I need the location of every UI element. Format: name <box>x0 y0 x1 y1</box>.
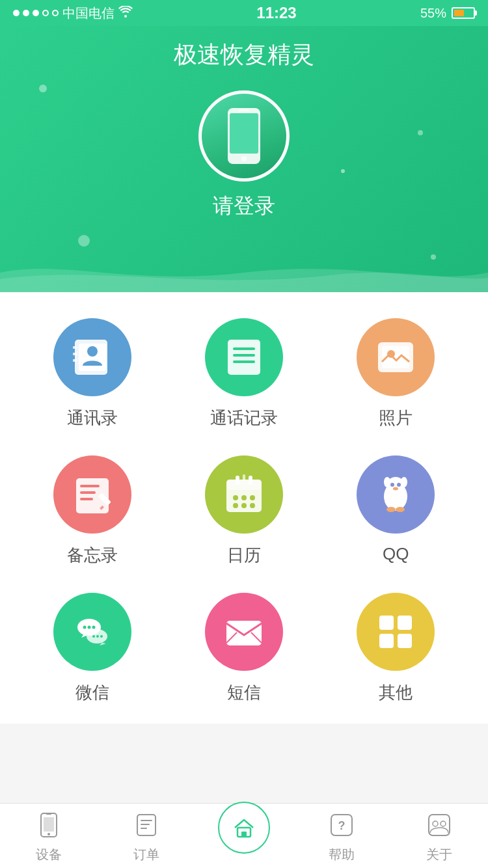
photos-icon <box>373 334 418 380</box>
signal-dots <box>13 10 59 16</box>
svg-marker-52 <box>100 643 106 645</box>
grid-item-contacts[interactable]: 通讯录 <box>23 318 161 429</box>
device-tab-icon <box>36 812 62 838</box>
calllog-icon <box>221 334 267 380</box>
svg-point-72 <box>441 821 446 826</box>
home-tab-icon <box>230 813 258 842</box>
grid-item-other[interactable]: 其他 <box>327 593 465 704</box>
memo-icon-circle <box>53 455 131 534</box>
calllog-icon-circle <box>205 318 283 396</box>
svg-rect-65 <box>141 828 147 829</box>
tab-item-device[interactable]: 设备 <box>0 808 98 863</box>
help-tab-icon: ? <box>329 812 355 838</box>
wechat-icon <box>70 609 115 655</box>
grid-item-memo[interactable]: 备忘录 <box>23 455 161 567</box>
tab-item-orders[interactable]: 订单 <box>98 808 195 863</box>
svg-rect-20 <box>80 498 93 500</box>
status-bar: 中国电信 11:23 55% <box>0 0 488 26</box>
svg-rect-11 <box>233 347 255 350</box>
svg-point-31 <box>241 503 247 508</box>
svg-point-38 <box>393 487 398 491</box>
app-title: 极速恢复精灵 <box>0 26 488 90</box>
header-content[interactable]: 请登录 <box>0 90 488 253</box>
dot1 <box>13 10 20 16</box>
device-icon <box>32 808 66 842</box>
svg-rect-13 <box>233 360 255 363</box>
svg-rect-61 <box>46 813 51 815</box>
login-prompt[interactable]: 请登录 <box>213 192 275 221</box>
svg-point-28 <box>241 495 247 500</box>
svg-rect-54 <box>379 616 394 630</box>
grid-item-wechat[interactable]: 微信 <box>23 593 161 704</box>
sms-icon <box>221 609 267 655</box>
dot3 <box>33 10 39 16</box>
sms-label: 短信 <box>227 681 261 704</box>
avatar-circle[interactable] <box>198 90 290 182</box>
avatar-inner <box>202 94 286 178</box>
phone-icon <box>224 107 264 165</box>
svg-rect-70 <box>429 815 450 835</box>
svg-point-50 <box>96 635 99 638</box>
tab-help-label: 帮助 <box>329 846 355 863</box>
svg-point-29 <box>250 495 255 500</box>
svg-rect-1 <box>230 113 258 154</box>
svg-rect-25 <box>236 476 239 485</box>
wifi-icon <box>118 6 133 21</box>
calendar-label: 日历 <box>227 544 261 567</box>
svg-point-46 <box>92 626 95 629</box>
tab-item-about[interactable]: 关于 <box>390 808 488 863</box>
home-icon-circle <box>218 802 270 854</box>
help-icon: ? <box>325 808 359 842</box>
dot4 <box>42 10 49 16</box>
qq-icon <box>373 472 418 517</box>
battery-percent: 55% <box>420 6 446 21</box>
about-tab-icon <box>426 812 452 838</box>
about-icon <box>422 808 456 842</box>
time-display: 11:23 <box>256 4 296 22</box>
qq-icon-circle <box>357 455 435 534</box>
calendar-icon-circle <box>205 455 283 534</box>
orders-icon <box>129 808 163 842</box>
grid-item-sms[interactable]: 短信 <box>174 593 313 704</box>
tab-about-label: 关于 <box>426 846 452 863</box>
svg-point-6 <box>87 346 98 357</box>
svg-point-51 <box>100 635 103 638</box>
svg-rect-7 <box>73 346 77 349</box>
grid-item-qq[interactable]: QQ <box>327 455 465 567</box>
grid-item-photos[interactable]: 照片 <box>327 318 465 429</box>
bottom-spacer <box>0 724 488 789</box>
svg-point-49 <box>92 635 95 638</box>
tab-bar: 设备 订单 ? <box>0 803 488 868</box>
svg-text:?: ? <box>338 819 346 832</box>
calllog-label: 通话记录 <box>210 407 278 429</box>
grid-item-calendar[interactable]: 日历 <box>174 455 313 567</box>
svg-rect-63 <box>141 820 152 821</box>
other-icon-circle <box>357 593 435 671</box>
wave-decoration <box>0 253 488 292</box>
tab-item-help[interactable]: ? 帮助 <box>293 808 390 863</box>
photos-icon-circle <box>357 318 435 396</box>
svg-point-3 <box>241 156 247 161</box>
svg-rect-57 <box>398 634 412 648</box>
svg-rect-56 <box>379 634 394 648</box>
sms-icon-circle <box>205 593 283 671</box>
other-label: 其他 <box>379 681 413 704</box>
svg-point-44 <box>83 626 86 629</box>
qq-label: QQ <box>383 544 409 564</box>
svg-rect-53 <box>226 621 262 645</box>
svg-point-45 <box>87 626 90 629</box>
memo-icon <box>70 472 115 517</box>
svg-rect-10 <box>228 340 260 375</box>
carrier-label: 中国电信 <box>62 5 115 22</box>
tab-item-home[interactable] <box>195 815 293 858</box>
grid-item-calllog[interactable]: 通话记录 <box>174 318 313 429</box>
svg-rect-18 <box>80 485 100 487</box>
svg-rect-55 <box>398 616 412 630</box>
dot5 <box>52 10 59 16</box>
svg-rect-59 <box>44 817 54 832</box>
svg-point-42 <box>401 477 407 487</box>
svg-rect-8 <box>73 353 77 355</box>
calendar-icon <box>221 472 267 517</box>
svg-rect-12 <box>233 354 255 357</box>
contacts-label: 通讯录 <box>67 407 118 429</box>
